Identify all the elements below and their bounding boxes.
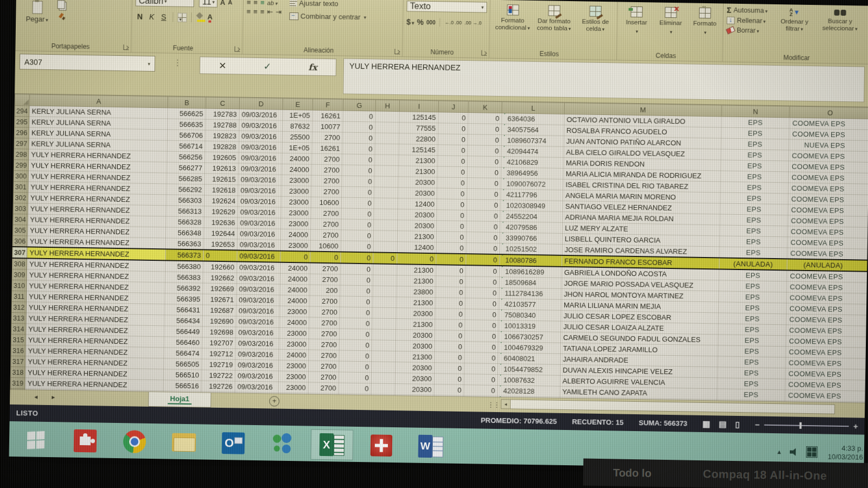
cell[interactable]: EPS <box>717 378 785 390</box>
cell[interactable]: 09/03/2016 <box>235 370 278 382</box>
cell[interactable]: 24000 <box>280 284 310 296</box>
cell[interactable]: 0 <box>436 253 466 265</box>
font-dialog-launcher[interactable] <box>234 46 240 52</box>
cell[interactable]: 10251502 <box>500 243 562 255</box>
cell[interactable]: 0 <box>438 134 468 145</box>
cell[interactable]: 566328 <box>166 216 204 228</box>
cell[interactable]: 0 <box>465 309 499 320</box>
cell[interactable]: 0 <box>397 253 436 265</box>
autosum-button[interactable]: Σ Autosuma <box>727 6 768 15</box>
cell[interactable]: 0 <box>467 210 500 222</box>
cell[interactable]: 0 <box>464 342 498 353</box>
insert-cells-button[interactable]: Insertar <box>621 5 653 36</box>
row-header-317[interactable]: 317 <box>11 356 25 367</box>
page-break-view-button[interactable]: ▯ <box>735 419 740 429</box>
cell[interactable]: 20300 <box>396 330 435 341</box>
wrap-text-button[interactable]: Ajustar texto <box>289 0 366 8</box>
cell[interactable]: 566449 <box>164 326 202 337</box>
cell[interactable]: COOMEVA EPS <box>787 248 868 260</box>
cell[interactable]: 566474 <box>164 348 202 359</box>
cell[interactable]: 566303 <box>166 195 204 206</box>
cell[interactable]: COOMEVA EPS <box>788 161 868 173</box>
cell[interactable]: 0 <box>437 210 467 221</box>
cell[interactable]: 18509684 <box>499 277 561 289</box>
cell[interactable]: 0 <box>468 156 501 168</box>
cell[interactable]: 0 <box>342 154 375 165</box>
cell[interactable]: 21300 <box>397 231 436 242</box>
sort-filter-button[interactable]: AZ ▼ Ordenar y filtrar <box>774 7 815 33</box>
cell[interactable] <box>375 133 399 144</box>
cell[interactable]: 10013319 <box>499 320 561 332</box>
cell[interactable]: 42094474 <box>501 146 564 158</box>
cell[interactable]: 0 <box>466 243 500 254</box>
cell[interactable]: 0 <box>467 178 501 189</box>
cell[interactable]: 0 <box>438 145 468 156</box>
row-header-311[interactable]: 311 <box>12 291 27 301</box>
cell[interactable]: 09/03/2016 <box>236 316 279 328</box>
grow-font-button[interactable]: A <box>220 0 226 7</box>
taskbar-red-cross-app[interactable] <box>360 430 403 461</box>
row-header-316[interactable]: 316 <box>11 345 25 356</box>
cell[interactable]: 09/03/2016 <box>237 284 280 295</box>
cell[interactable]: 33990766 <box>500 233 562 245</box>
cell[interactable]: 0 <box>435 298 465 309</box>
cell[interactable]: 0 <box>435 352 464 363</box>
cell[interactable]: 23000 <box>281 207 311 219</box>
cell-styles-button[interactable]: Estilos de celda <box>576 4 615 33</box>
cell[interactable]: 0 <box>434 384 464 396</box>
cell[interactable]: 2700 <box>310 263 340 274</box>
cell[interactable] <box>372 307 396 319</box>
cell[interactable]: 192629 <box>204 206 238 217</box>
increase-indent-icon[interactable]: ⇥ <box>276 10 281 15</box>
cell[interactable]: 20300 <box>398 177 437 188</box>
cell[interactable]: 192636 <box>204 217 238 228</box>
cell[interactable]: 09/03/2016 <box>238 217 281 229</box>
cell[interactable]: 0 <box>467 189 501 200</box>
cell[interactable] <box>373 286 397 297</box>
row-header-318[interactable]: 318 <box>10 367 25 377</box>
cell[interactable]: 10600 <box>310 240 341 252</box>
row-header-299[interactable]: 299 <box>14 159 28 170</box>
cell[interactable]: 09/03/2016 <box>239 131 282 142</box>
cell[interactable]: 23000 <box>282 185 311 197</box>
new-sheet-button[interactable]: + <box>269 396 279 406</box>
cell[interactable]: 0 <box>467 200 500 211</box>
row-header-304[interactable]: 304 <box>13 214 28 224</box>
scroll-left-arrow[interactable]: ◂ <box>501 400 510 408</box>
horizontal-scrollbar[interactable]: ◂ <box>501 399 835 414</box>
cell[interactable]: 192712 <box>202 348 235 359</box>
cell[interactable]: COOMEVA EPS <box>786 303 867 315</box>
cell[interactable]: 566510 <box>163 369 201 381</box>
cell[interactable]: 0 <box>436 276 465 287</box>
format-as-table-button[interactable]: Dar formato como tabla <box>534 4 573 33</box>
cell[interactable] <box>372 297 396 308</box>
cell[interactable]: 0 <box>465 287 499 299</box>
font-name-select[interactable]: Calibri <box>136 0 194 7</box>
cell[interactable]: 38964956 <box>501 168 563 179</box>
cell[interactable]: EPS <box>719 280 787 292</box>
cell[interactable]: 0 <box>468 124 501 135</box>
cell[interactable]: 1066730257 <box>498 331 560 343</box>
cell[interactable]: 566625 <box>168 108 206 119</box>
cell[interactable]: EPS <box>719 291 787 303</box>
cell[interactable]: 0 <box>342 165 374 176</box>
enter-button[interactable]: ✓ <box>264 61 272 72</box>
cell[interactable]: COOMEVA EPS <box>788 226 868 238</box>
cell[interactable]: 566363 <box>165 238 203 250</box>
cell[interactable]: 0 <box>467 167 501 178</box>
cell[interactable]: 1089607374 <box>501 135 564 147</box>
cell[interactable]: 20300 <box>398 220 437 232</box>
cell[interactable]: 23000 <box>282 175 311 186</box>
row-header-305[interactable]: 305 <box>12 224 27 235</box>
cell[interactable]: 20300 <box>395 384 434 395</box>
cancel-button[interactable]: ✕ <box>219 60 227 71</box>
cell[interactable]: 23000 <box>279 338 309 350</box>
cell[interactable] <box>374 220 398 231</box>
cell[interactable]: 0 <box>343 121 375 133</box>
cell[interactable]: 42117796 <box>501 189 563 201</box>
cell[interactable]: 23000 <box>280 240 310 251</box>
cell[interactable]: 0 <box>465 265 499 277</box>
cell[interactable]: 21300 <box>397 264 436 276</box>
cell[interactable]: 192653 <box>203 239 237 250</box>
cell[interactable]: 09/03/2016 <box>239 109 283 120</box>
